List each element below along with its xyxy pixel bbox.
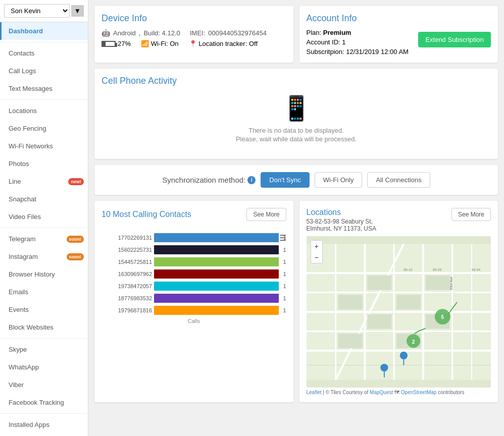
bar-count: 1 xyxy=(283,307,286,313)
sidebar-item-dashboard[interactable]: Dashboard xyxy=(0,22,88,40)
bar-fill xyxy=(154,294,279,303)
sidebar-item-whatsapp[interactable]: WhatsApp xyxy=(0,358,88,376)
all-connections-button[interactable]: All Connections xyxy=(367,172,430,188)
sidebar-item-label: Browser History xyxy=(9,270,55,278)
subscription-date: 12/31/2019 12:00 AM xyxy=(346,48,409,56)
wifi-only-button[interactable]: Wi-Fi Only xyxy=(315,172,363,188)
android-icon: 🤖 xyxy=(102,29,110,37)
svg-rect-20 xyxy=(338,334,362,348)
sidebar-item-browser-history[interactable]: Browser History xyxy=(0,265,88,283)
svg-text:86-04: 86-04 xyxy=(472,268,480,271)
locations-title-block: Locations 53-82-53-98 Seabury St, Elmhur… xyxy=(307,208,377,232)
plan-value: Premium xyxy=(323,29,351,36)
sidebar-divider-3 xyxy=(0,228,88,228)
sidebar-item-label: Locations xyxy=(9,107,37,115)
sidebar-item-label: Viber xyxy=(9,381,24,389)
phone-icon: 📱 xyxy=(102,94,491,123)
bar-count: 1 xyxy=(283,271,286,277)
sidebar-item-text-messages[interactable]: Text Messages xyxy=(0,80,88,97)
sidebar-item-photos[interactable]: Photos xyxy=(0,155,88,173)
extend-subscription-button[interactable]: Extend Subscription xyxy=(418,32,491,47)
sidebar-item-label: Photos xyxy=(9,160,29,168)
bar-track xyxy=(154,294,279,303)
device-imei-label: IMEI: xyxy=(190,29,205,37)
bar-row: 177022691311 xyxy=(102,233,286,242)
svg-rect-17 xyxy=(425,276,449,290)
sidebar-item-telegram[interactable]: Telegram soon! xyxy=(0,230,88,248)
locations-see-more-button[interactable]: See More xyxy=(451,208,491,221)
sidebar-item-block-websites[interactable]: Block Websites xyxy=(0,318,88,336)
bar-label: 18776983532 xyxy=(102,295,152,301)
osm-link[interactable]: OpenStreetMap xyxy=(401,390,437,395)
account-info-title: Account Info xyxy=(307,13,491,24)
main-content: Device Info 🤖 Android, Build: 4.12.0 IME… xyxy=(88,0,504,436)
sidebar-item-viber[interactable]: Viber xyxy=(0,376,88,394)
map-footer: Leaflet | © Tiles Courtesy of MapQuest 🗺… xyxy=(307,390,491,395)
battery-pct: 27% xyxy=(118,40,131,47)
bar-row: 156022257311 xyxy=(102,245,286,254)
bar-fill xyxy=(154,257,279,266)
sidebar-item-installed-apps[interactable]: Installed Apps xyxy=(0,416,88,433)
dont-sync-button[interactable]: Don't Sync xyxy=(261,172,309,188)
bar-chart: 1770226913111560222573111544572581111630… xyxy=(102,233,286,315)
sidebar-divider-4 xyxy=(0,338,88,339)
sidebar-item-video-files[interactable]: Video Files xyxy=(0,208,88,226)
sidebar-item-label: WhatsApp xyxy=(9,363,39,371)
sidebar-item-emails[interactable]: Emails xyxy=(0,283,88,301)
account-info-card: Account Info Extend Subscription Plan: P… xyxy=(299,6,498,63)
bar-fill xyxy=(154,245,279,254)
sidebar-item-instagram[interactable]: Instagram soon! xyxy=(0,248,88,265)
sidebar-divider-2 xyxy=(0,99,88,100)
device-info-title: Device Info xyxy=(102,13,286,24)
bar-count: 1 xyxy=(283,247,286,253)
map-zoom-out-button[interactable]: − xyxy=(311,252,322,263)
location-status: Off xyxy=(249,40,258,47)
sidebar-item-line[interactable]: Line new! xyxy=(0,173,88,190)
bar-count: 1 xyxy=(283,259,286,265)
location-pin-icon: 📍 xyxy=(189,40,197,47)
sync-label-text: Synchronization method: xyxy=(162,176,245,184)
device-build: Build: 4.12.0 xyxy=(143,29,180,37)
chart-menu-icon[interactable]: ☰ xyxy=(279,233,286,243)
sidebar-item-label: Instagram xyxy=(9,253,38,260)
sidebar-item-contacts[interactable]: Contacts xyxy=(0,44,88,62)
bar-chart-container: ☰ 17702269131115602225731115445725811116… xyxy=(102,233,286,324)
sidebar-item-locations[interactable]: Locations xyxy=(0,102,88,120)
sidebar-item-facebook-tracking[interactable]: Facebook Tracking xyxy=(0,394,88,411)
sidebar-item-geo-fencing[interactable]: Geo Fencing xyxy=(0,120,88,137)
sidebar-item-call-logs[interactable]: Call Logs xyxy=(0,62,88,80)
locations-address-line1: 53-82-53-98 Seabury St, xyxy=(307,218,377,225)
map-container: 5 2 86-04 86-10 86-09 93rd Ave + xyxy=(307,236,491,388)
sidebar-item-label: Video Files xyxy=(9,213,41,221)
svg-text:86-10: 86-10 xyxy=(404,268,412,271)
location-label: Location tracker: xyxy=(198,40,247,47)
sidebar-item-snapchat[interactable]: Snapchat xyxy=(0,190,88,208)
wifi-status-row: 📶 Wi-Fi: On xyxy=(141,40,179,47)
mapquest-link[interactable]: MapQuest xyxy=(370,390,393,395)
bar-row: 187769835321 xyxy=(102,294,286,303)
sidebar-item-label: Skype xyxy=(9,346,27,353)
sidebar-item-events[interactable]: Events xyxy=(0,301,88,318)
sidebar-item-skype[interactable]: Skype xyxy=(0,341,88,358)
sidebar-item-label: Wi-Fi Networks xyxy=(9,142,53,150)
device-info-os-row: 🤖 Android, Build: 4.12.0 IMEI: 000944053… xyxy=(102,29,286,37)
user-select[interactable]: Son Kevin xyxy=(4,4,70,18)
bar-fill xyxy=(154,233,279,242)
user-dropdown-btn[interactable]: ▼ xyxy=(71,5,84,17)
svg-rect-16 xyxy=(396,295,420,309)
bar-count: 1 xyxy=(283,295,286,301)
contacts-see-more-button[interactable]: See More xyxy=(246,208,286,221)
sidebar-header: Son Kevin ▼ xyxy=(0,0,88,22)
bar-fill xyxy=(154,306,279,315)
map-zoom-in-button[interactable]: + xyxy=(311,241,322,252)
svg-rect-18 xyxy=(367,314,391,329)
bar-label: 16309697962 xyxy=(102,271,152,277)
map-zoom-controls: + − xyxy=(311,240,323,263)
soon-badge-telegram: soon! xyxy=(67,236,84,243)
sidebar-divider-5 xyxy=(0,413,88,414)
bar-row: 197384720571 xyxy=(102,282,286,291)
leaflet-link[interactable]: Leaflet xyxy=(307,390,322,395)
new-badge: new! xyxy=(68,178,84,185)
locations-title: Locations xyxy=(307,208,377,217)
sidebar-item-wifi-networks[interactable]: Wi-Fi Networks xyxy=(0,137,88,155)
